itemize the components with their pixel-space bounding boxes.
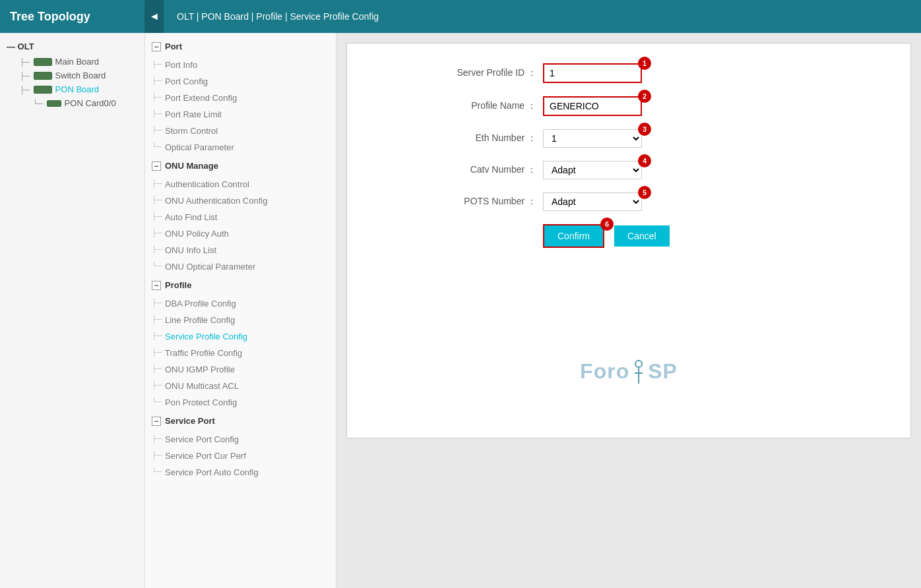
pon-board-icon xyxy=(34,86,52,94)
switch-board-label: Switch Board xyxy=(55,71,106,80)
catv-number-badge: 4 xyxy=(638,154,651,167)
sidebar-item-main-board[interactable]: ├─ Main Board xyxy=(0,55,144,69)
nav-item-port-config[interactable]: Port Config xyxy=(145,73,336,90)
breadcrumb-text: OLT | PON Board | Profile | Service Prof… xyxy=(177,11,379,22)
service-port-expand-icon: − xyxy=(152,417,161,426)
nav-item-onu-optical-parameter[interactable]: ONU Optical Parameter xyxy=(145,258,336,275)
confirm-button[interactable]: Confirm xyxy=(543,224,604,248)
nav-item-storm-control[interactable]: Storm Control xyxy=(145,123,336,139)
server-profile-id-badge: 1 xyxy=(638,57,651,70)
onu-manage-section-label: ONU Manage xyxy=(165,161,218,171)
nav-item-service-port-auto-config[interactable]: Service Port Auto Config xyxy=(145,464,336,481)
nav-item-onu-igmp-profile[interactable]: ONU IGMP Profile xyxy=(145,361,336,378)
button-row: Confirm 6 Cancel xyxy=(543,224,827,248)
nav-item-onu-multicast-acl[interactable]: ONU Multicast ACL xyxy=(145,378,336,394)
breadcrumb: OLT | PON Board | Profile | Service Prof… xyxy=(164,11,392,22)
port-section-label: Port xyxy=(165,42,182,51)
collapse-icon: ◄ xyxy=(149,11,160,22)
cancel-button[interactable]: Cancel xyxy=(614,225,670,247)
onu-manage-expand-icon: − xyxy=(152,162,161,171)
tree-indent: ├─ xyxy=(20,72,30,80)
service-port-section-label: Service Port xyxy=(165,416,215,426)
nav-item-pon-protect-config[interactable]: Pon Protect Config xyxy=(145,394,336,411)
eth-number-row: Eth Number ： 1 2 4 Adapt 3 xyxy=(431,129,827,148)
sidebar-item-switch-board[interactable]: ├─ Switch Board xyxy=(0,69,144,82)
pots-number-row: POTS Number ： Adapt 0 1 2 5 xyxy=(431,192,827,211)
server-profile-id-row: Server Profile ID ： 1 xyxy=(431,63,827,83)
nav-item-onu-info-list[interactable]: ONU Info List xyxy=(145,242,336,258)
pon-card-label: PON Card0/0 xyxy=(65,98,116,108)
tree-indent: ├─ xyxy=(20,86,30,94)
app-title: Tree Topology xyxy=(0,0,145,33)
catv-number-row: Catv Number ： Adapt 0 1 4 xyxy=(431,161,827,179)
nav-item-traffic-profile-config[interactable]: Traffic Profile Config xyxy=(145,345,336,361)
nav-item-port-rate-limit[interactable]: Port Rate Limit xyxy=(145,106,336,123)
catv-number-select[interactable]: Adapt 0 1 xyxy=(543,161,642,179)
olt-label: — OLT xyxy=(7,42,34,51)
nav-item-onu-auth-config[interactable]: ONU Authentication Config xyxy=(145,192,336,209)
eth-number-label: Eth Number ： xyxy=(431,132,536,144)
profile-name-wrapper: 2 xyxy=(543,96,642,116)
server-profile-id-label: Server Profile ID ： xyxy=(431,67,536,79)
sidebar: — OLT ├─ Main Board ├─ Switch Board ├─ P… xyxy=(0,33,145,588)
pots-number-wrapper: Adapt 0 1 2 5 xyxy=(543,192,642,211)
form-container: Server Profile ID ： 1 Profile Name ： 2 xyxy=(431,63,827,248)
middle-nav: − Port Port Info Port Config Port Extend… xyxy=(145,33,336,588)
nav-item-auto-find-list[interactable]: Auto Find List xyxy=(145,209,336,225)
pon-board-label: PON Board xyxy=(55,84,99,94)
nav-item-service-port-config[interactable]: Service Port Config xyxy=(145,431,336,448)
main-board-label: Main Board xyxy=(55,57,99,67)
eth-number-wrapper: 1 2 4 Adapt 3 xyxy=(543,129,642,148)
profile-name-badge: 2 xyxy=(638,90,651,103)
sidebar-item-olt[interactable]: — OLT xyxy=(0,38,144,55)
nav-item-service-port-cur-perf[interactable]: Service Port Cur Perf xyxy=(145,448,336,464)
tree-indent2: └─ xyxy=(33,100,44,107)
main-container: — OLT ├─ Main Board ├─ Switch Board ├─ P… xyxy=(0,33,921,588)
nav-section-service-port[interactable]: − Service Port xyxy=(145,411,336,431)
pots-number-badge: 5 xyxy=(638,186,651,199)
content-area: Server Profile ID ： 1 Profile Name ： 2 xyxy=(336,33,921,588)
profile-expand-icon: − xyxy=(152,281,161,290)
eth-number-select[interactable]: 1 2 4 Adapt xyxy=(543,129,642,148)
profile-name-label: Profile Name ： xyxy=(431,100,536,112)
sidebar-item-pon-card[interactable]: └─ PON Card0/0 xyxy=(0,96,144,110)
nav-item-service-profile-config[interactable]: Service Profile Config xyxy=(145,328,336,345)
confirm-btn-wrapper: Confirm 6 xyxy=(543,224,604,248)
nav-section-onu-manage[interactable]: − ONU Manage xyxy=(145,156,336,176)
nav-section-port[interactable]: − Port xyxy=(145,36,336,57)
watermark-middle xyxy=(631,358,647,385)
sidebar-item-pon-board[interactable]: ├─ PON Board xyxy=(0,82,144,96)
watermark-fore: Foro xyxy=(580,359,629,384)
profile-name-input[interactable] xyxy=(543,96,642,116)
switch-board-icon xyxy=(34,72,52,80)
nav-item-authentication-control[interactable]: Authentication Control xyxy=(145,176,336,192)
watermark-back: SP xyxy=(648,359,678,384)
header: Tree Topology ◄ OLT | PON Board | Profil… xyxy=(0,0,921,33)
nav-item-port-extend-config[interactable]: Port Extend Config xyxy=(145,90,336,106)
nav-item-optical-parameter[interactable]: Optical Parameter xyxy=(145,139,336,156)
port-expand-icon: − xyxy=(152,42,161,51)
eth-number-badge: 3 xyxy=(638,123,651,136)
nav-item-dba-profile-config[interactable]: DBA Profile Config xyxy=(145,295,336,312)
tree-indent: ├─ xyxy=(20,58,30,66)
svg-point-0 xyxy=(635,361,642,367)
nav-section-profile[interactable]: − Profile xyxy=(145,275,336,295)
nav-item-line-profile-config[interactable]: Line Profile Config xyxy=(145,312,336,328)
content-panel: Server Profile ID ： 1 Profile Name ： 2 xyxy=(346,43,911,438)
nav-item-port-info[interactable]: Port Info xyxy=(145,57,336,73)
confirm-badge: 6 xyxy=(600,218,614,231)
pon-card-icon xyxy=(47,100,61,107)
nav-item-onu-policy-auth[interactable]: ONU Policy Auth xyxy=(145,225,336,242)
pots-number-select[interactable]: Adapt 0 1 2 xyxy=(543,192,642,211)
profile-name-row: Profile Name ： 2 xyxy=(431,96,827,116)
collapse-button[interactable]: ◄ xyxy=(145,0,164,33)
watermark: Foro SP xyxy=(580,358,678,385)
main-board-icon xyxy=(34,58,52,66)
server-profile-id-input[interactable] xyxy=(543,63,642,83)
catv-number-wrapper: Adapt 0 1 4 xyxy=(543,161,642,179)
title-text: Tree Topology xyxy=(10,10,90,24)
profile-section-label: Profile xyxy=(165,280,191,290)
server-profile-id-wrapper: 1 xyxy=(543,63,642,83)
pots-number-label: POTS Number ： xyxy=(431,196,536,208)
catv-number-label: Catv Number ： xyxy=(431,164,536,176)
